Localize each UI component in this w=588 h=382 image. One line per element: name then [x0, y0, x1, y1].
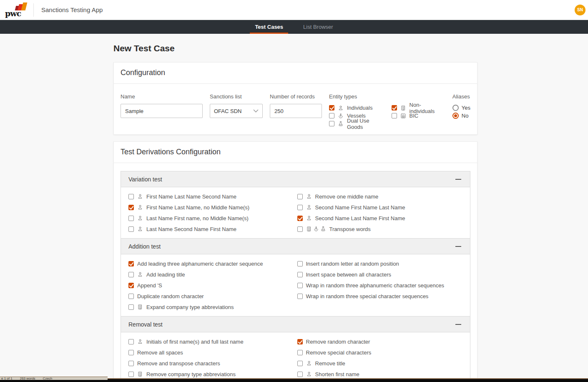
tab-test-cases[interactable]: Test Cases	[245, 20, 293, 34]
checkbox-label: Insert space between all characters	[306, 271, 392, 278]
checkbox[interactable]	[297, 226, 303, 232]
checkbox-option[interactable]: Last Name First name, no Middle Name(s)	[128, 213, 297, 224]
checkbox[interactable]	[297, 205, 303, 210]
checkbox-option[interactable]: Remove and transpose characters	[128, 358, 297, 369]
checkbox-option[interactable]: Expand company type abbreviations	[128, 302, 297, 312]
checkbox-option[interactable]: Wrap in random three special character s…	[297, 291, 466, 302]
checkbox[interactable]	[128, 304, 134, 310]
aliases-no-radio[interactable]: No	[452, 112, 470, 120]
checkbox[interactable]	[329, 113, 334, 118]
checkbox[interactable]	[128, 372, 134, 377]
checkbox-option[interactable]: Insert space between all characters	[297, 269, 466, 280]
checkbox-option[interactable]: First Name Last Name, no Middle Name(s)	[128, 202, 297, 213]
checkbox-label: Remove special characters	[306, 349, 372, 356]
checkbox-label: Append 'S	[137, 282, 162, 289]
pwc-logo-text: pwc	[5, 9, 21, 18]
user-avatar[interactable]: SN	[575, 5, 585, 15]
checkbox-label: Non-individuals	[410, 102, 445, 114]
number-of-records-input[interactable]	[270, 104, 322, 118]
checkbox[interactable]	[128, 194, 134, 199]
checkbox-label: Add leading title	[146, 271, 185, 278]
derivation-panels: Variation test First Name Last Name Seco…	[114, 163, 477, 382]
checkbox-option[interactable]: Initials of first name(s) and full last …	[128, 336, 297, 347]
collapse-minus-icon[interactable]	[455, 179, 461, 180]
checkbox-label: Second Name First Name Last Name	[315, 204, 405, 211]
checkbox-label: Second Name Last Name First Name	[315, 215, 405, 221]
checkbox[interactable]	[128, 294, 134, 299]
building-icon	[137, 371, 143, 377]
checkbox-option[interactable]: Duplicate random character	[128, 291, 297, 302]
checkbox[interactable]	[392, 113, 397, 118]
aliases-label: Aliases	[452, 93, 470, 100]
checkbox-option[interactable]: Remove one middle name	[297, 191, 466, 202]
entity-types-column-1: Individuals Vessels Dual Use Goods	[329, 104, 386, 128]
panel-header[interactable]: Variation test	[121, 171, 470, 187]
checkbox[interactable]	[128, 283, 134, 288]
checkbox-option[interactable]: Insert random letter at random position	[297, 258, 466, 269]
checkbox[interactable]	[297, 350, 303, 355]
checkbox[interactable]	[329, 105, 334, 111]
derivations-card-title: Test Derivations Configuration	[114, 142, 477, 163]
checkbox-option[interactable]: Individuals	[329, 104, 386, 112]
checkbox-option[interactable]: Dual Use Goods	[329, 120, 386, 128]
checkbox-option[interactable]: Add leading title	[128, 269, 297, 280]
checkbox[interactable]	[392, 105, 397, 111]
sanctions-list-value: OFAC SDN	[214, 108, 241, 114]
checkbox[interactable]	[128, 226, 134, 232]
checkbox[interactable]	[297, 216, 303, 221]
person-icon	[338, 105, 344, 111]
panel-title: Removal test	[128, 321, 163, 328]
sanctions-list-select[interactable]: OFAC SDN	[210, 104, 263, 118]
checkbox[interactable]	[128, 350, 134, 355]
statusbar-wordcount: 263 words	[20, 377, 35, 380]
checkbox-option[interactable]: Wrap in random three alphanumeric charac…	[297, 280, 466, 291]
checkbox-option[interactable]: First Name Last Name Second Name	[128, 191, 297, 202]
person-icon	[137, 271, 143, 277]
checkbox-option[interactable]: Append 'S	[128, 280, 297, 291]
checkbox[interactable]	[297, 372, 303, 377]
checkbox[interactable]	[297, 294, 303, 299]
panel-title: Addition test	[128, 243, 161, 250]
checkbox[interactable]	[128, 261, 134, 266]
main-content: New Test Case Configuration Name Sanctio…	[113, 43, 477, 382]
person-icon	[306, 360, 312, 366]
checkbox[interactable]	[128, 216, 134, 221]
radio-icon[interactable]	[452, 105, 459, 111]
checkbox[interactable]	[329, 121, 334, 126]
checkbox[interactable]	[297, 261, 303, 266]
checkbox[interactable]	[128, 205, 134, 210]
statusbar-edge	[108, 377, 588, 382]
checkbox-option[interactable]: Remove title	[297, 358, 466, 369]
checkbox-option[interactable]: Last Name Second Name First Name	[128, 224, 297, 234]
name-input[interactable]	[121, 104, 203, 118]
checkbox-option[interactable]: Transpose words	[297, 224, 466, 234]
panel-header[interactable]: Addition test	[121, 239, 470, 254]
statusbar-page: e 1 of 1	[1, 377, 13, 380]
checkbox[interactable]	[128, 361, 134, 366]
collapse-minus-icon[interactable]	[455, 246, 461, 247]
aliases-field: Aliases Yes No	[452, 93, 470, 120]
checkbox[interactable]	[297, 339, 303, 344]
panel-header[interactable]: Removal test	[121, 317, 470, 332]
entity-types-column-2: Non-individuals BIC	[392, 104, 445, 128]
checkbox-option[interactable]: Remove all spaces	[128, 347, 297, 358]
checkbox-option[interactable]: Add leading three alphanumeric character…	[128, 258, 297, 269]
collapse-minus-icon[interactable]	[455, 324, 461, 325]
checkbox[interactable]	[128, 272, 134, 277]
checkbox-option[interactable]: Remove special characters	[297, 347, 466, 358]
checkbox[interactable]	[128, 339, 134, 344]
statusbar-text: e 1 of 1 263 words Czech	[0, 377, 108, 382]
checkbox[interactable]	[297, 283, 303, 288]
checkbox-option[interactable]: Second Name First Name Last Name	[297, 202, 466, 213]
radio-icon-selected[interactable]	[452, 113, 459, 119]
tab-list-browser[interactable]: List Browser	[293, 20, 343, 34]
header-divider	[33, 3, 34, 17]
checkbox[interactable]	[297, 361, 303, 366]
checkbox-option[interactable]: Remove random character	[297, 336, 466, 347]
checkbox-option[interactable]: Second Name Last Name First Name	[297, 213, 466, 224]
checkbox-option[interactable]: Non-individuals	[392, 104, 445, 112]
checkbox[interactable]	[297, 194, 303, 199]
checkbox[interactable]	[297, 272, 303, 277]
person-icon	[306, 204, 312, 210]
aliases-yes-radio[interactable]: Yes	[452, 104, 470, 112]
